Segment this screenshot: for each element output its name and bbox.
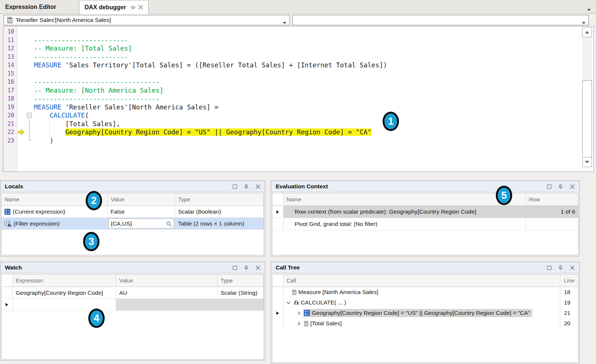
evaluation-context-titlebar: Evaluation Context (271, 181, 579, 192)
column-header[interactable]: Call (283, 274, 560, 287)
close-icon[interactable] (255, 184, 260, 189)
highlighted-code: Geography[Country Region Code] = "US" ||… (65, 128, 371, 136)
chevron-right-icon[interactable] (296, 321, 302, 326)
code-line-21[interactable]: [Total Sales], (34, 120, 578, 128)
code-line-16[interactable]: -------------------------------- (34, 78, 578, 86)
watch-row[interactable]: Geography[Country Region Code]AUScalar (… (1, 287, 264, 299)
close-icon[interactable] (138, 5, 143, 10)
filter-expression-icon: fx (4, 221, 11, 227)
pin-icon[interactable] (244, 184, 249, 189)
locals-grid: Name Value Type (Current expression)Fals… (1, 193, 264, 255)
evaluation-context-rows: Row context (from scalar predicate): Geo… (272, 206, 578, 230)
code-line-13[interactable]: ------------------------ (34, 53, 578, 61)
call-tree-row[interactable]: fxCALCULATE( ... )19 (272, 297, 578, 308)
secondary-selector[interactable] (292, 15, 589, 25)
panel-title: Call Tree (276, 264, 300, 271)
close-icon[interactable] (255, 265, 260, 270)
code-segment: -------------------------------- (34, 78, 159, 86)
code-line-23[interactable]: ) (34, 137, 578, 145)
code-editor[interactable]: 1011121314151617181920212223 -----------… (3, 26, 594, 172)
call-tree-rows: Measure [North America Sales]18fxCALCULA… (272, 287, 578, 329)
watch-row[interactable] (1, 299, 264, 311)
annotation-callout-5: 5 (496, 186, 512, 205)
svg-text:fx: fx (7, 223, 11, 227)
tab-dax-debugger[interactable]: DAX debugger (79, 0, 149, 14)
pin-icon[interactable] (558, 184, 563, 189)
code-line-12[interactable]: -- Measure: [Total Sales] (34, 44, 578, 53)
magnifier-icon[interactable] (166, 221, 172, 227)
pin-icon[interactable] (558, 265, 563, 270)
annotation-callout-2: 2 (86, 191, 102, 210)
code-line-11[interactable]: ------------------------ (34, 36, 578, 45)
line-number: 13 (3, 53, 17, 61)
maximize-icon[interactable] (546, 184, 552, 189)
call-label: [Total Sales] (310, 320, 342, 327)
close-icon[interactable] (570, 184, 575, 189)
context-name: Row context (from scalar predicate): Geo… (295, 208, 476, 215)
code-lines[interactable]: -------------------------- Measure: [Tot… (34, 28, 578, 145)
code-line-10[interactable] (34, 28, 578, 36)
code-line-17[interactable]: -- Measure: [North America Sales] (34, 86, 578, 95)
scroll-thumb[interactable] (582, 80, 592, 159)
tab-bar: Expression Editor DAX debugger (0, 0, 596, 14)
call-tree-row[interactable]: [Total Sales]20 (272, 318, 578, 329)
locals-row[interactable]: fx(Filter expression){CA,US}Table (2 row… (1, 218, 264, 230)
watch-panel: Watch Expression Value Type Geography[Co… (0, 262, 265, 361)
type-text: Table (2 rows × 1 column) (178, 220, 244, 227)
chevron-down-icon[interactable] (286, 300, 291, 305)
chevron-right-icon[interactable] (296, 311, 302, 316)
execution-pointer-icon (18, 129, 25, 135)
chevron-down-icon[interactable] (582, 19, 586, 26)
maximize-icon[interactable] (546, 265, 552, 270)
code-line-19[interactable]: MEASURE 'Reseller Sales'[North America S… (34, 103, 578, 112)
tab-expression-editor[interactable]: Expression Editor (0, 0, 79, 14)
line-number: 17 (3, 86, 17, 95)
scroll-up-button[interactable] (582, 27, 592, 37)
column-header[interactable]: Value (108, 193, 175, 205)
tab-label: Expression Editor (5, 4, 56, 10)
maximize-icon[interactable] (232, 265, 237, 270)
scalar-expression-icon (304, 310, 310, 316)
column-header[interactable]: Type (218, 274, 264, 287)
value-text: {CA,US} (111, 220, 132, 227)
scroll-down-button[interactable] (582, 157, 592, 167)
context-name: Pivot Grid, grand total: (No filter) (295, 221, 377, 227)
pin-icon[interactable] (244, 265, 249, 270)
value-editor[interactable]: {CA,US} (108, 218, 174, 229)
pin-icon[interactable] (130, 5, 136, 10)
code-line-15[interactable] (34, 70, 578, 78)
call-line-number: 20 (564, 320, 570, 327)
row-marker-icon (5, 303, 9, 307)
line-number: 19 (3, 103, 17, 112)
call-tree-row[interactable]: Geography[Country Region Code] = "US" ||… (272, 308, 578, 318)
line-number: 20 (3, 111, 17, 120)
maximize-icon[interactable] (232, 184, 237, 189)
call-tree-header: Call Line (272, 274, 578, 287)
evaluation-context-row[interactable]: Pivot Grid, grand total: (No filter) (272, 218, 578, 230)
code-line-14[interactable]: MEASURE 'Sales Territory'[Total Sales] =… (34, 61, 578, 70)
column-header[interactable]: Line (560, 274, 578, 287)
column-header[interactable]: Value (116, 274, 218, 287)
expression-selector[interactable]: 'Reseller Sales'[North America Sales] (4, 15, 290, 25)
code-line-20[interactable]: CALCULATE( (34, 111, 578, 120)
scalar-expression-icon (4, 209, 10, 215)
locals-row[interactable]: (Current expression)FalseScalar (Boolean… (1, 206, 264, 218)
evaluation-context-row[interactable]: Row context (from scalar predicate): Geo… (272, 206, 578, 218)
close-icon[interactable] (570, 265, 575, 270)
editor-vscroll[interactable] (582, 27, 592, 167)
expression-selector-value: 'Reseller Sales'[North America Sales] (16, 17, 111, 23)
column-header[interactable]: Name (283, 193, 526, 205)
panel-title: Evaluation Context (276, 183, 328, 190)
chevron-down-icon[interactable] (283, 19, 286, 26)
column-header[interactable]: Expression (13, 274, 116, 287)
column-header[interactable]: Type (175, 193, 264, 205)
code-segment: ------------------------ (34, 36, 128, 44)
code-line-18[interactable]: -------------------------------- (34, 95, 578, 103)
watch-value: AU (119, 290, 127, 296)
calculator-icon (292, 290, 297, 295)
window-dropdown-icon[interactable] (587, 6, 591, 13)
call-tree-row[interactable]: Measure [North America Sales]18 (272, 287, 578, 297)
code-line-22[interactable]: Geography[Country Region Code] = "US" ||… (34, 128, 578, 137)
column-header[interactable]: Row (526, 193, 578, 205)
fold-collapse-toggle[interactable]: − (27, 113, 32, 118)
